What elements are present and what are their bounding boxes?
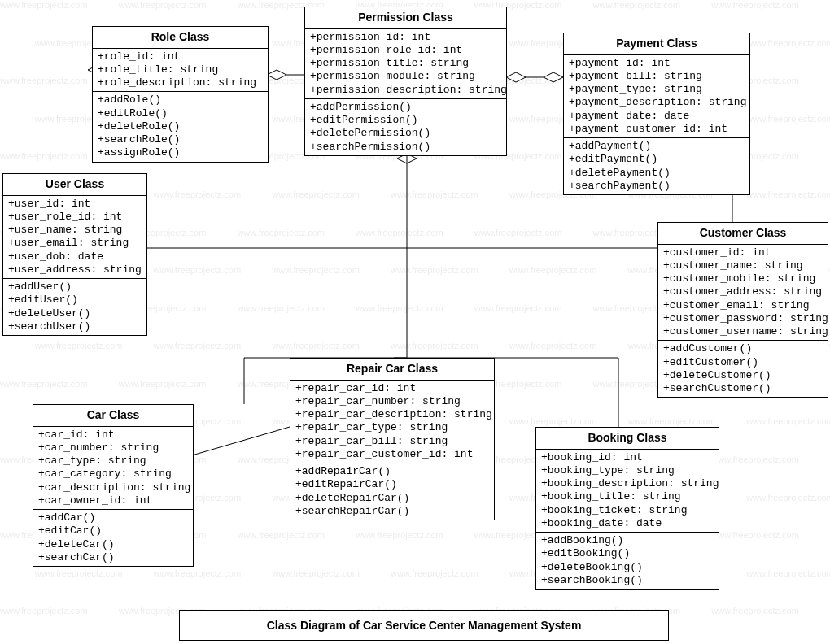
class-line: +car_category: string (38, 468, 188, 481)
class-line: +user_role_id: int (8, 211, 142, 224)
diamond-permission-payment-right (544, 72, 563, 82)
class-line: +car_description: string (38, 481, 188, 494)
class-repair: Repair Car Class +repair_car_id: int+rep… (290, 358, 495, 520)
class-line: +editRole() (98, 107, 263, 120)
class-line: +editRepairCar() (295, 478, 489, 491)
class-line: +user_address: string (8, 263, 142, 276)
class-line: +addRepairCar() (295, 465, 489, 478)
class-line: +searchBooking() (541, 574, 714, 587)
class-line: +role_title: string (98, 63, 263, 76)
class-line: +editUser() (8, 294, 142, 307)
class-line: +repair_car_bill: string (295, 435, 489, 448)
class-line: +repair_car_customer_id: int (295, 448, 489, 461)
class-line: +searchUser() (8, 320, 142, 333)
class-repair-title: Repair Car Class (290, 359, 494, 381)
class-line: +addBooking() (541, 534, 714, 547)
class-user-attrs: +user_id: int+user_role_id: int+user_nam… (3, 196, 146, 280)
class-line: +repair_car_id: int (295, 382, 489, 395)
class-line: +repair_car_number: string (295, 395, 489, 408)
class-customer-ops: +addCustomer()+editCustomer()+deleteCust… (658, 341, 828, 397)
class-role-attrs: +role_id: int+role_title: string+role_de… (93, 49, 268, 93)
class-line: +payment_type: string (569, 83, 745, 96)
class-role-ops: +addRole()+editRole()+deleteRole()+searc… (93, 92, 268, 161)
class-role-title: Role Class (93, 27, 268, 49)
class-permission-attrs: +permission_id: int+permission_role_id: … (305, 29, 506, 99)
class-line: +booking_ticket: string (541, 504, 714, 517)
class-line: +customer_email: string (663, 299, 823, 312)
class-line: +payment_id: int (569, 57, 745, 70)
class-permission-title: Permission Class (305, 7, 506, 29)
class-payment-title: Payment Class (564, 33, 749, 55)
class-line: +deleteBooking() (541, 561, 714, 574)
class-user-ops: +addUser()+editUser()+deleteUser()+searc… (3, 279, 146, 335)
class-line: +payment_bill: string (569, 70, 745, 83)
class-customer: Customer Class +customer_id: int+custome… (657, 222, 828, 398)
class-line: +deleteCustomer() (663, 369, 823, 382)
class-line: +booking_title: string (541, 490, 714, 503)
class-line: +customer_id: int (663, 246, 823, 259)
class-line: +user_name: string (8, 224, 142, 237)
class-line: +booking_date: date (541, 517, 714, 530)
class-line: +searchRepairCar() (295, 505, 489, 518)
class-line: +editBooking() (541, 547, 714, 560)
class-booking-title: Booking Class (536, 428, 719, 450)
class-line: +addRole() (98, 94, 263, 107)
class-user: User Class +user_id: int+user_role_id: i… (2, 173, 147, 336)
diamond-permission-payment-left (506, 72, 526, 82)
class-line: +editPayment() (569, 153, 745, 166)
class-line: +searchCar() (38, 551, 188, 564)
class-line: +assignRole() (98, 146, 263, 159)
class-line: +customer_name: string (663, 259, 823, 272)
class-line: +permission_id: int (310, 31, 501, 44)
class-line: +repair_car_description: string (295, 408, 489, 421)
class-car-attrs: +car_id: int+car_number: string+car_type… (33, 427, 193, 511)
class-line: +permission_description: string (310, 84, 501, 97)
class-line: +editCustomer() (663, 356, 823, 369)
class-permission-ops: +addPermission()+editPermission()+delete… (305, 99, 506, 155)
class-payment-ops: +addPayment()+editPayment()+deletePaymen… (564, 138, 749, 194)
class-line: +booking_description: string (541, 477, 714, 490)
class-line: +car_number: string (38, 442, 188, 455)
class-line: +editCar() (38, 524, 188, 537)
class-line: +role_description: string (98, 76, 263, 89)
class-line: +permission_module: string (310, 70, 501, 83)
class-customer-attrs: +customer_id: int+customer_name: string+… (658, 245, 828, 342)
class-line: +deleteRole() (98, 120, 263, 133)
class-line: +user_dob: date (8, 250, 142, 263)
class-line: +addUser() (8, 281, 142, 294)
class-line: +user_id: int (8, 198, 142, 211)
class-repair-ops: +addRepairCar()+editRepairCar()+deleteRe… (290, 463, 494, 520)
diagram-caption: Class Diagram of Car Service Center Mana… (179, 610, 669, 641)
class-line: +payment_customer_id: int (569, 123, 745, 136)
class-booking-attrs: +booking_id: int+booking_type: string+bo… (536, 450, 719, 533)
class-user-title: User Class (3, 174, 146, 196)
class-car-ops: +addCar()+editCar()+deleteCar()+searchCa… (33, 510, 193, 566)
class-car-title: Car Class (33, 405, 193, 427)
class-line: +car_id: int (38, 429, 188, 442)
class-line: +deletePermission() (310, 127, 501, 140)
line-car-to-repair (192, 427, 290, 455)
class-line: +role_id: int (98, 50, 263, 63)
class-line: +deleteCar() (38, 538, 188, 551)
class-line: +user_email: string (8, 237, 142, 250)
class-line: +customer_password: string (663, 312, 823, 325)
class-booking-ops: +addBooking()+editBooking()+deleteBookin… (536, 533, 719, 589)
class-line: +permission_title: string (310, 57, 501, 70)
class-line: +payment_description: string (569, 96, 745, 109)
class-line: +booking_id: int (541, 451, 714, 464)
class-line: +deletePayment() (569, 167, 745, 180)
class-line: +customer_username: string (663, 325, 823, 338)
class-line: +permission_role_id: int (310, 44, 501, 57)
class-role: Role Class +role_id: int+role_title: str… (92, 26, 269, 163)
class-line: +addCustomer() (663, 342, 823, 355)
class-line: +searchPayment() (569, 180, 745, 193)
class-booking: Booking Class +booking_id: int+booking_t… (535, 427, 719, 590)
class-payment: Payment Class +payment_id: int+payment_b… (563, 33, 750, 195)
class-permission: Permission Class +permission_id: int+per… (304, 7, 507, 156)
class-payment-attrs: +payment_id: int+payment_bill: string+pa… (564, 55, 749, 139)
class-line: +customer_address: string (663, 285, 823, 298)
class-line: +car_owner_id: int (38, 494, 188, 507)
class-line: +editPermission() (310, 114, 501, 127)
class-line: +searchCustomer() (663, 382, 823, 395)
class-line: +booking_type: string (541, 464, 714, 477)
